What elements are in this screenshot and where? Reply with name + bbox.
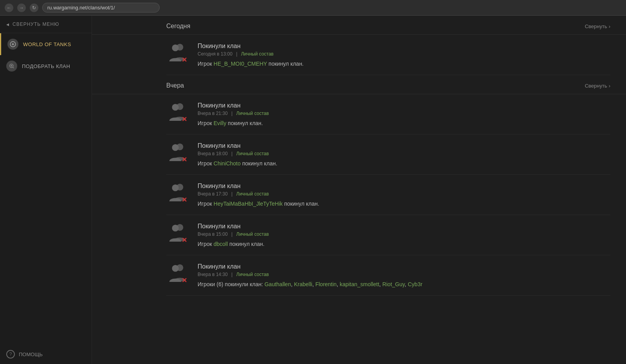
- event-meta: Сегодня в 13:00 | Личный состав: [198, 51, 610, 57]
- event-title: Покинули клан: [198, 43, 610, 50]
- event-text-suffix: покинул клан.: [228, 241, 264, 247]
- event-category: Личный состав: [236, 231, 269, 237]
- event-text: Игрок HeyTaiMaBaHbI_JleTyTeHik покинул к…: [198, 201, 610, 207]
- player-link[interactable]: HeyTaiMaBaHbI_JleTyTeHik: [214, 201, 283, 207]
- section-today-title: Сегодня: [166, 23, 190, 30]
- svg-point-12: [172, 185, 179, 191]
- svg-point-18: [172, 265, 179, 272]
- collapse-yesterday-label: Свернуть: [585, 83, 607, 89]
- event-body: Покинули клан Вчера в 15:00 | Личный сос…: [198, 223, 610, 247]
- event-text: Игрок HE_B_MOI0_CMEHY покинул клан.: [198, 61, 610, 67]
- event-time: Вчера в 18:00: [198, 151, 228, 156]
- svg-text:✕: ✕: [182, 115, 187, 122]
- event-leave-icon: ✕: [166, 183, 190, 204]
- collapse-today-chevron: ›: [609, 23, 610, 29]
- main-content: Сегодня Свернуть › ✕: [92, 16, 626, 364]
- event-title: Покинули клан: [198, 223, 610, 230]
- help-icon: ?: [6, 350, 15, 359]
- event-item: ✕ Покинули клан Вчера в 17:30 | Личный с…: [166, 175, 610, 215]
- event-body: Покинули клан Сегодня в 13:00 | Личный с…: [198, 43, 610, 67]
- event-text-prefix: Игрок: [198, 61, 214, 67]
- event-item: ✕ Покинули клан Вчера в 15:00 | Личный с…: [166, 215, 610, 255]
- player-link[interactable]: ChiniChoto: [214, 160, 241, 167]
- url-bar[interactable]: [42, 3, 160, 13]
- sidebar-item-find-clan[interactable]: ПОДОБРАТЬ КЛАН: [0, 55, 92, 77]
- section-yesterday-collapse[interactable]: Свернуть ›: [585, 83, 610, 89]
- event-category: Личный состав: [241, 51, 273, 57]
- event-text-prefix: Игрок: [198, 241, 214, 247]
- event-leave-icon: ✕: [166, 142, 190, 164]
- player-link-3[interactable]: Florentin: [315, 281, 336, 287]
- section-yesterday-title: Вчера: [166, 82, 184, 89]
- player-link[interactable]: HE_B_MOI0_CMEHY: [214, 61, 267, 67]
- event-text-prefix: Игрок: [198, 160, 214, 167]
- player-link-2[interactable]: Krabelli: [294, 281, 312, 287]
- toggle-arrow-icon: ◂: [6, 21, 9, 27]
- sep4: ,: [379, 281, 382, 287]
- event-category: Личный состав: [236, 191, 269, 197]
- player-link-1[interactable]: Gauthallen: [264, 281, 291, 287]
- find-clan-icon: [6, 61, 17, 72]
- player-link-5[interactable]: Riot_Guy: [382, 281, 405, 287]
- event-body: Покинули клан Вчера в 17:30 | Личный сос…: [198, 183, 610, 207]
- event-meta: Вчера в 21:30 | Личный состав: [198, 111, 610, 116]
- event-text-suffix: покинул клан.: [226, 120, 263, 126]
- sidebar-item-world-of-tanks[interactable]: WORLD OF TANKS: [0, 33, 92, 55]
- wot-icon: [7, 39, 18, 50]
- app-wrapper: ◂ СВЕРНУТЬ МЕНЮ WORLD OF TANKS: [0, 16, 626, 364]
- sidebar: ◂ СВЕРНУТЬ МЕНЮ WORLD OF TANKS: [0, 16, 92, 364]
- event-leave-icon: ✕: [166, 102, 190, 124]
- meta-separator: |: [231, 272, 232, 277]
- event-meta: Вчера в 17:30 | Личный состав: [198, 191, 610, 197]
- event-leave-icon: ✕: [166, 223, 190, 244]
- event-text-suffix: покинул клан.: [241, 160, 277, 167]
- event-meta: Вчера в 14:30 | Личный состав: [198, 272, 610, 277]
- meta-separator: |: [236, 51, 237, 57]
- player-link[interactable]: dbcoll: [214, 241, 228, 247]
- event-time: Вчера в 17:30: [198, 191, 228, 197]
- event-text-suffix: покинул клан.: [267, 61, 304, 67]
- sep2: ,: [312, 281, 315, 287]
- player-link-6[interactable]: Cyb3r: [408, 281, 422, 287]
- event-leave-icon: ✕: [166, 263, 190, 285]
- event-item: ✕ Покинули клан Вчера в 21:30 | Личный с…: [166, 94, 610, 134]
- forward-button[interactable]: →: [17, 4, 26, 12]
- event-meta: Вчера в 18:00 | Личный состав: [198, 151, 610, 156]
- event-text-prefix: Игрок: [198, 201, 214, 207]
- sidebar-item-label-wot: WORLD OF TANKS: [23, 41, 71, 47]
- event-time: Сегодня в 13:00: [198, 51, 232, 57]
- event-time: Вчера в 21:30: [198, 111, 228, 116]
- event-text: Игрок Evilly покинул клан.: [198, 120, 610, 126]
- svg-point-6: [172, 104, 179, 111]
- toggle-label: СВЕРНУТЬ МЕНЮ: [13, 22, 59, 27]
- event-item: ✕ Покинули клан Вчера в 14:30 | Личный с…: [166, 255, 610, 296]
- section-today-header: Сегодня Свернуть ›: [92, 16, 626, 35]
- event-title: Покинули клан: [198, 102, 610, 109]
- collapse-yesterday-chevron: ›: [609, 83, 610, 89]
- refresh-button[interactable]: ↻: [30, 4, 38, 12]
- sidebar-help[interactable]: ? ПОМОЩЬ: [0, 344, 92, 364]
- svg-text:✕: ✕: [182, 56, 187, 62]
- section-yesterday-header: Вчера Свернуть ›: [92, 75, 626, 94]
- event-leave-icon: ✕: [166, 43, 190, 64]
- event-text: Игрок ChiniChoto покинул клан.: [198, 160, 610, 167]
- event-title: Покинули клан: [198, 183, 610, 190]
- collapse-today-label: Свернуть: [585, 23, 607, 29]
- svg-point-15: [172, 225, 179, 231]
- section-today-collapse[interactable]: Свернуть ›: [585, 23, 610, 29]
- svg-text:✕: ✕: [182, 156, 187, 162]
- event-title: Покинули клан: [198, 142, 610, 149]
- sidebar-item-label-find-clan: ПОДОБРАТЬ КЛАН: [22, 63, 70, 69]
- player-link[interactable]: Evilly: [214, 120, 227, 126]
- events-today-list: ✕ Покинули клан Сегодня в 13:00 | Личный…: [92, 35, 626, 75]
- event-category: Личный состав: [236, 272, 269, 277]
- browser-bar: ← → ↻: [0, 0, 626, 16]
- event-text-prefix-multi: Игроки (6) покинули клан:: [198, 281, 264, 287]
- player-link-4[interactable]: kapitan_smollett: [340, 281, 379, 287]
- back-button[interactable]: ←: [5, 4, 13, 12]
- svg-point-9: [172, 144, 179, 151]
- sidebar-toggle[interactable]: ◂ СВЕРНУТЬ МЕНЮ: [0, 16, 92, 33]
- svg-point-3: [172, 45, 179, 51]
- meta-separator: |: [231, 231, 232, 237]
- event-time: Вчера в 15:00: [198, 231, 228, 237]
